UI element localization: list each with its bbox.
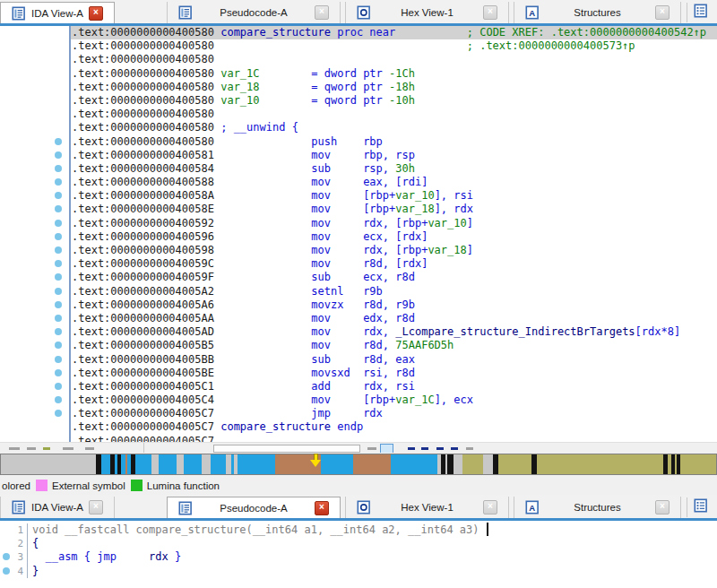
listing-line[interactable]: .text:0000000000400592 mov rdx, [rbp+var…	[0, 217, 717, 230]
navband-segment-blue	[391, 454, 437, 474]
listing-line[interactable]: .text:0000000000400580	[0, 53, 717, 66]
navband-segment-gray	[151, 454, 159, 474]
listing-line[interactable]: .text:00000000004005AD mov rdx, _Lcompar…	[0, 325, 717, 339]
instruction-dot-icon	[55, 273, 62, 281]
listing-line[interactable]: .text:00000000004005A6 movzx r8d, r9b	[0, 298, 717, 312]
pseudocode-view-icon	[178, 5, 193, 20]
window-list-button[interactable]	[687, 497, 714, 517]
listing-line[interactable]: .text:00000000004005C4 mov [rbp+var_1C],…	[0, 393, 717, 407]
listing-line[interactable]: .text:0000000000400598 mov rdx, [rbp+var…	[0, 244, 717, 257]
navband-segment-olive	[498, 454, 531, 474]
pseudocode-gutter: 3	[0, 550, 28, 564]
close-icon[interactable]: ×	[89, 6, 103, 21]
listing-line[interactable]: .text:00000000004005C7 jmp rdx	[0, 407, 717, 420]
listing-line-text: .text:0000000000400584 sub rsp, 30h	[71, 162, 717, 176]
navband-segment-blue	[184, 454, 202, 474]
listing-line-text: .text:000000000040059C mov r8d, [rdx]	[71, 257, 717, 271]
close-icon[interactable]: ×	[483, 500, 497, 514]
pseudocode-line[interactable]: 1void __fastcall compare_structure(__int…	[0, 523, 717, 537]
listing-gutter	[0, 26, 71, 39]
navigation-band[interactable]	[0, 454, 717, 475]
pseudocode-line[interactable]: 4}	[0, 565, 717, 578]
close-icon[interactable]: ×	[89, 500, 103, 514]
listing-line[interactable]: .text:00000000004005C7 compare_structure…	[0, 420, 717, 434]
instruction-dot-icon	[55, 192, 62, 199]
listing-line-text: .text:00000000004005BE movsxd rsi, r8d	[71, 367, 717, 380]
tab-pseudocode-a[interactable]: Pseudocode-A×	[167, 2, 341, 23]
listing-line[interactable]: .text:0000000000400584 sub rsp, 30h	[0, 162, 717, 176]
instruction-dot-icon	[55, 301, 62, 308]
instruction-dot-icon	[55, 151, 62, 159]
instruction-dot-icon	[55, 178, 62, 186]
strip-mark	[421, 447, 428, 450]
close-icon[interactable]: ×	[315, 5, 329, 20]
tab-pseudocode-a[interactable]: Pseudocode-A×	[167, 497, 341, 518]
strip-mark	[63, 447, 73, 450]
listing-line[interactable]: .text:00000000004005AA mov edx, r8d	[0, 312, 717, 325]
listing-line-text: .text:00000000004005C7 jmp rdx	[71, 407, 717, 420]
tab-hex-view-1[interactable]: Hex View-1×	[345, 497, 509, 518]
close-icon[interactable]: ×	[655, 5, 669, 20]
listing-line[interactable]: .text:0000000000400580 ; __unwind {	[0, 121, 717, 134]
listing-line[interactable]: .text:0000000000400580 var_18 = qword pt…	[0, 81, 717, 94]
listing-line[interactable]: .text:0000000000400580 var_1C = dword pt…	[0, 67, 717, 81]
listing-line[interactable]: .text:0000000000400580 push rbp	[0, 135, 717, 149]
listing-line[interactable]: .text:00000000004005B5 mov r8d, 75AAF6D5…	[0, 339, 717, 352]
listing-line[interactable]: .text:0000000000400581 mov rbp, rsp	[0, 149, 717, 162]
listing-line[interactable]: .text:0000000000400580 compare_structure…	[0, 26, 717, 39]
listing-gutter	[0, 217, 71, 230]
instruction-dot-icon	[55, 205, 62, 212]
listing-line[interactable]: .text:0000000000400580	[0, 108, 717, 121]
listing-line-text: .text:0000000000400588 mov eax, [rdi]	[71, 176, 717, 189]
listing-line[interactable]: .text:0000000000400588 mov eax, [rdi]	[0, 176, 717, 189]
listing-gutter	[0, 285, 71, 298]
listing-gutter	[0, 257, 71, 271]
listing-line-text: .text:0000000000400592 mov rdx, [rbp+var…	[71, 217, 717, 230]
window-list-button[interactable]	[687, 3, 714, 22]
listing-line[interactable]: .text:00000000004005A2 setnl r9b	[0, 285, 717, 298]
listing-line[interactable]: .text:00000000004005BB sub r8d, eax	[0, 353, 717, 367]
listing-line-text: .text:00000000004005B5 mov r8d, 75AAF6D5…	[71, 339, 717, 352]
tab-hex-view-1[interactable]: Hex View-1×	[345, 2, 509, 23]
navband-segment-gray	[454, 454, 462, 474]
strip-mark	[43, 447, 50, 450]
listing-line-text: .text:0000000000400580 ; __unwind {	[71, 121, 717, 134]
navband-segment-blue	[159, 454, 177, 474]
listing-line[interactable]: .text:00000000004005C1 add rdx, rsi	[0, 380, 717, 393]
legend-swatch	[131, 480, 143, 491]
listing-line[interactable]: .text:00000000004005BE movsxd rsi, r8d	[0, 367, 717, 380]
pseudocode-line-text: {	[28, 537, 717, 550]
tab-structures[interactable]: AStructures×	[514, 497, 681, 518]
navband-segment-gray	[177, 454, 184, 474]
listing-line[interactable]: .text:000000000040059F sub ecx, r8d	[0, 271, 717, 284]
listing-line[interactable]: .text:000000000040059C mov r8d, [rdx]	[0, 257, 717, 271]
close-icon[interactable]: ×	[655, 500, 669, 514]
listing-gutter	[0, 271, 71, 284]
listing-line[interactable]: .text:00000000004005C7	[0, 435, 717, 442]
window-list-icon	[694, 4, 708, 22]
listing-line[interactable]: .text:000000000040058E mov [rbp+var_18],…	[0, 203, 717, 216]
tab-structures[interactable]: AStructures×	[514, 2, 681, 23]
line-number: 4	[17, 565, 23, 578]
close-icon[interactable]: ×	[483, 5, 497, 20]
text-caret	[487, 523, 488, 536]
line-dot-icon	[3, 553, 10, 560]
tab-ida-view-a[interactable]: IDA View-A×	[0, 497, 115, 518]
pseudocode-line[interactable]: 2{	[0, 537, 717, 550]
horizontal-scrollbar[interactable]	[213, 445, 360, 453]
listing-line[interactable]: .text:0000000000400580 var_10 = qword pt…	[0, 94, 717, 108]
ida-window: IDA View-A×Pseudocode-A×Hex View-1×AStru…	[0, 0, 717, 588]
listing-line-text: .text:00000000004005C7 compare_structure…	[71, 420, 717, 434]
listing-gutter	[0, 121, 71, 134]
listing-line[interactable]: .text:0000000000400596 mov ecx, [rdx]	[0, 230, 717, 244]
disassembly-view[interactable]: .text:0000000000400580 compare_structure…	[0, 26, 717, 442]
svg-text:A: A	[529, 503, 535, 513]
pseudocode-line[interactable]: 3 __asm { jmp rdx }	[0, 550, 717, 564]
listing-line[interactable]: .text:000000000040058A mov [rbp+var_10],…	[0, 189, 717, 203]
navband-segment-gray	[1, 454, 96, 474]
close-icon[interactable]: ×	[315, 501, 329, 515]
pseudocode-view[interactable]: 1void __fastcall compare_structure(__int…	[0, 521, 717, 588]
instruction-dot-icon	[55, 233, 62, 240]
listing-line[interactable]: .text:0000000000400580 ; .text:000000000…	[0, 39, 717, 53]
tab-ida-view-a[interactable]: IDA View-A×	[0, 2, 115, 23]
